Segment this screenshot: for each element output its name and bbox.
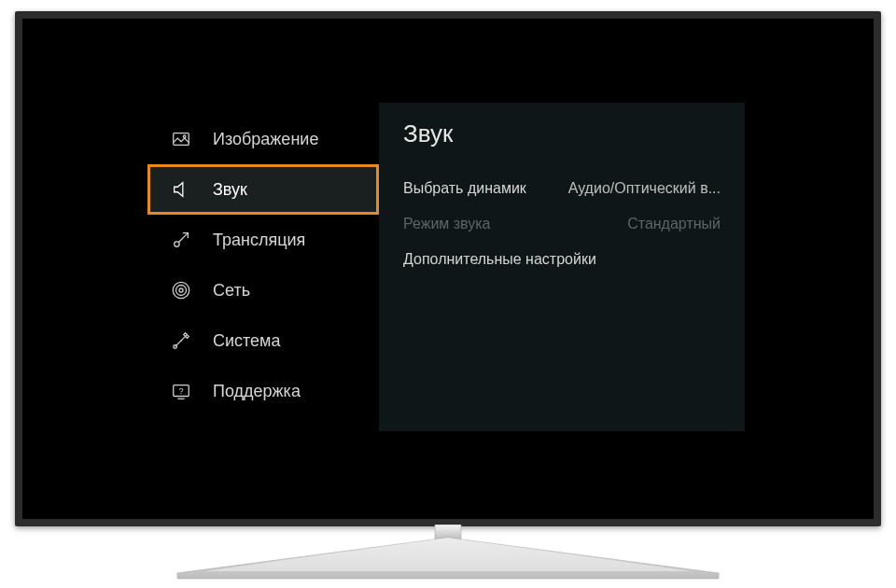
sidebar-item-support[interactable]: ? Поддержка [147,366,379,416]
sidebar-item-label: Трансляция [213,231,305,250]
svg-point-6 [174,345,177,349]
svg-rect-0 [174,133,189,146]
sidebar-item-system[interactable]: Система [147,315,379,366]
row-value: Стандартный [627,216,721,232]
content-row-expert-settings[interactable]: Дополнительные настройки [403,242,721,277]
content-title: Звук [403,119,721,148]
row-label: Выбрать динамик [403,180,526,197]
svg-text:?: ? [178,386,183,396]
row-value: Аудио/Оптический в... [568,180,721,197]
network-icon [170,279,192,301]
antenna-icon [170,229,192,251]
content-row-sound-mode: Режим звука Стандартный [403,206,721,242]
image-icon [170,128,192,150]
row-label: Режим звука [403,216,491,232]
tools-icon [170,329,192,352]
sidebar-item-picture[interactable]: Изображение [147,114,379,164]
svg-rect-9 [435,525,461,539]
sidebar-item-network[interactable]: Сеть [147,265,379,315]
tv-frame: Изображение Звук [15,11,881,526]
content-row-select-speaker[interactable]: Выбрать динамик Аудио/Оптический в... [403,171,721,206]
sidebar-item-label: Поддержка [213,382,301,401]
support-icon: ? [170,380,192,402]
tv-screen: Изображение Звук [22,19,874,519]
settings-sidebar: Изображение Звук [147,103,379,431]
sidebar-item-sound[interactable]: Звук [147,164,379,215]
settings-content-panel: Звук Выбрать динамик Аудио/Оптический в.… [379,103,745,431]
speaker-icon [170,178,192,201]
sidebar-item-label: Изображение [213,130,318,149]
sidebar-item-label: Система [213,331,281,351]
tv-stand [149,525,747,581]
sidebar-item-label: Звук [213,180,247,200]
svg-point-3 [179,288,183,292]
sidebar-item-broadcasting[interactable]: Трансляция [147,215,379,265]
svg-point-4 [176,286,187,296]
svg-point-1 [183,135,186,138]
row-label: Дополнительные настройки [403,251,596,268]
settings-menu: Изображение Звук [147,103,745,431]
sidebar-item-label: Сеть [213,281,250,301]
